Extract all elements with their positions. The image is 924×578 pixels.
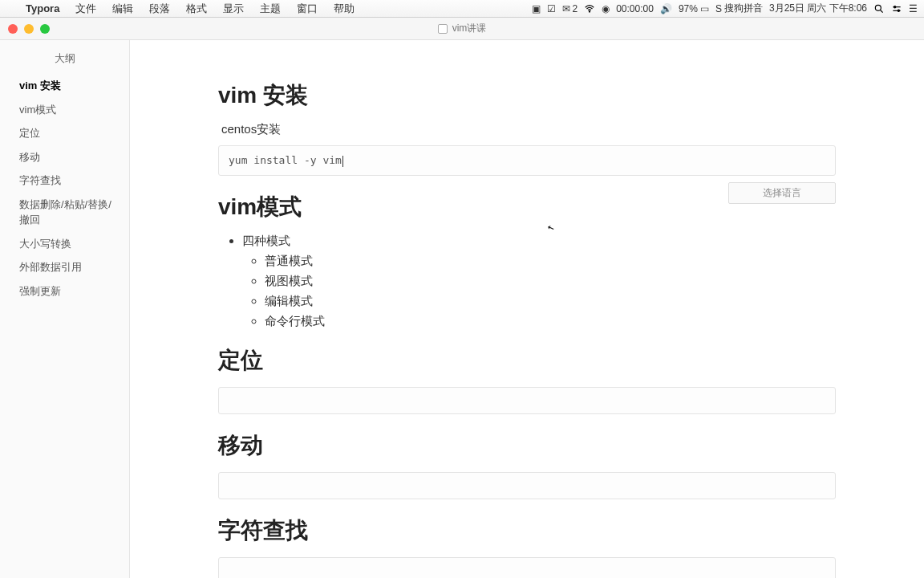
menu-theme[interactable]: 主题 bbox=[252, 2, 289, 16]
paragraph-centos[interactable]: centos安装 bbox=[218, 122, 836, 137]
heading-locate[interactable]: 定位 bbox=[218, 345, 836, 376]
menu-file[interactable]: 文件 bbox=[67, 2, 104, 16]
datetime[interactable]: 3月25日 周六 下午8:06 bbox=[769, 2, 867, 15]
menu-help[interactable]: 帮助 bbox=[326, 2, 363, 16]
svg-point-4 bbox=[894, 6, 896, 7]
heading-charfind[interactable]: 字符查找 bbox=[218, 515, 836, 546]
outline-item-delete-paste[interactable]: 数据删除/粘贴/替换/撤回 bbox=[0, 193, 129, 232]
close-button[interactable] bbox=[8, 24, 18, 34]
document-title-text: vim讲课 bbox=[452, 22, 487, 35]
volume-icon[interactable]: 🔊 bbox=[660, 3, 672, 14]
sidebar-title: 大纲 bbox=[0, 47, 129, 74]
control-center-icon[interactable] bbox=[891, 3, 902, 14]
battery-percent: 97% bbox=[679, 3, 698, 14]
wechat-status[interactable]: ✉ 2 bbox=[562, 3, 578, 14]
menu-list-icon[interactable]: ☰ bbox=[909, 3, 918, 14]
ime-label: 搜狗拼音 bbox=[724, 2, 763, 15]
outline-item-external[interactable]: 外部数据引用 bbox=[0, 255, 129, 279]
macos-menubar: Typora 文件 编辑 段落 格式 显示 主题 窗口 帮助 ▣ ☑ ✉ 2 ◉… bbox=[0, 0, 924, 18]
menu-window[interactable]: 窗口 bbox=[289, 2, 326, 16]
heading-move[interactable]: 移动 bbox=[218, 430, 836, 461]
main-area: 大纲 vim 安装 vim模式 定位 移动 字符查找 数据删除/粘贴/替换/撤回… bbox=[0, 40, 924, 578]
svg-line-2 bbox=[881, 10, 883, 12]
window-controls bbox=[0, 24, 50, 34]
menu-edit[interactable]: 编辑 bbox=[104, 2, 141, 16]
code-language-selector[interactable]: 选择语言 bbox=[728, 182, 836, 204]
window-titlebar: vim讲课 bbox=[0, 18, 924, 40]
code-text: yum install -y vim bbox=[229, 154, 342, 166]
spotlight-icon[interactable] bbox=[873, 3, 885, 14]
file-icon bbox=[438, 24, 448, 34]
menubar-left: Typora 文件 编辑 段落 格式 显示 主题 窗口 帮助 bbox=[6, 2, 363, 16]
wechat-count: 2 bbox=[573, 3, 578, 14]
outline-item-case[interactable]: 大小写转换 bbox=[0, 232, 129, 256]
code-block-yum[interactable]: yum install -y vim ↖ bbox=[218, 145, 836, 176]
mode-sublist: 普通模式 视图模式 编辑模式 命令行模式 bbox=[242, 254, 836, 329]
list-item-label: 四种模式 bbox=[242, 234, 290, 247]
text-cursor bbox=[342, 156, 343, 167]
screencast-icon[interactable]: ▣ bbox=[532, 3, 541, 14]
list-item-four-modes[interactable]: 四种模式 普通模式 视图模式 编辑模式 命令行模式 bbox=[242, 234, 836, 329]
mode-list[interactable]: 四种模式 普通模式 视图模式 编辑模式 命令行模式 bbox=[218, 234, 836, 329]
code-block-move[interactable] bbox=[218, 472, 836, 499]
outline-sidebar: 大纲 vim 安装 vim模式 定位 移动 字符查找 数据删除/粘贴/替换/撤回… bbox=[0, 40, 130, 578]
menubar-right: ▣ ☑ ✉ 2 ◉ 00:00:00 🔊 97% ▭ S 搜狗拼音 3月25日 … bbox=[532, 2, 918, 15]
menu-view[interactable]: 显示 bbox=[215, 2, 252, 16]
outline-item-vim-mode[interactable]: vim模式 bbox=[0, 98, 129, 122]
timer[interactable]: 00:00:00 bbox=[616, 3, 654, 14]
list-item-visual-mode[interactable]: 视图模式 bbox=[265, 274, 836, 289]
minimize-button[interactable] bbox=[24, 24, 34, 34]
app-window: vim讲课 大纲 vim 安装 vim模式 定位 移动 字符查找 数据删除/粘贴… bbox=[0, 18, 924, 578]
svg-point-1 bbox=[875, 5, 881, 10]
outline-item-vim-install[interactable]: vim 安装 bbox=[0, 74, 129, 98]
battery-status[interactable]: 97% ▭ bbox=[679, 3, 709, 14]
outline-item-locate[interactable]: 定位 bbox=[0, 121, 129, 145]
outline-item-force-update[interactable]: 强制更新 bbox=[0, 279, 129, 303]
maximize-button[interactable] bbox=[40, 24, 50, 34]
list-item-normal-mode[interactable]: 普通模式 bbox=[265, 254, 836, 269]
menu-paragraph[interactable]: 段落 bbox=[141, 2, 178, 16]
todo-icon[interactable]: ☑ bbox=[547, 3, 556, 14]
record-icon[interactable]: ◉ bbox=[602, 3, 610, 14]
heading-vim-install[interactable]: vim 安装 bbox=[218, 80, 836, 111]
outline-item-move[interactable]: 移动 bbox=[0, 145, 129, 169]
menu-format[interactable]: 格式 bbox=[178, 2, 215, 16]
code-block-charfind[interactable] bbox=[218, 557, 836, 579]
svg-point-6 bbox=[898, 10, 899, 11]
code-block-locate[interactable] bbox=[218, 387, 836, 414]
outline-item-charfind[interactable]: 字符查找 bbox=[0, 169, 129, 193]
svg-point-0 bbox=[590, 10, 590, 11]
app-name[interactable]: Typora bbox=[18, 2, 67, 14]
document-title: vim讲课 bbox=[0, 22, 924, 35]
wifi-icon[interactable] bbox=[584, 3, 595, 14]
list-item-insert-mode[interactable]: 编辑模式 bbox=[265, 294, 836, 309]
list-item-command-mode[interactable]: 命令行模式 bbox=[265, 314, 836, 329]
ime-status[interactable]: S 搜狗拼音 bbox=[715, 2, 763, 15]
editor-pane[interactable]: vim 安装 centos安装 yum install -y vim ↖ 选择语… bbox=[130, 40, 924, 578]
